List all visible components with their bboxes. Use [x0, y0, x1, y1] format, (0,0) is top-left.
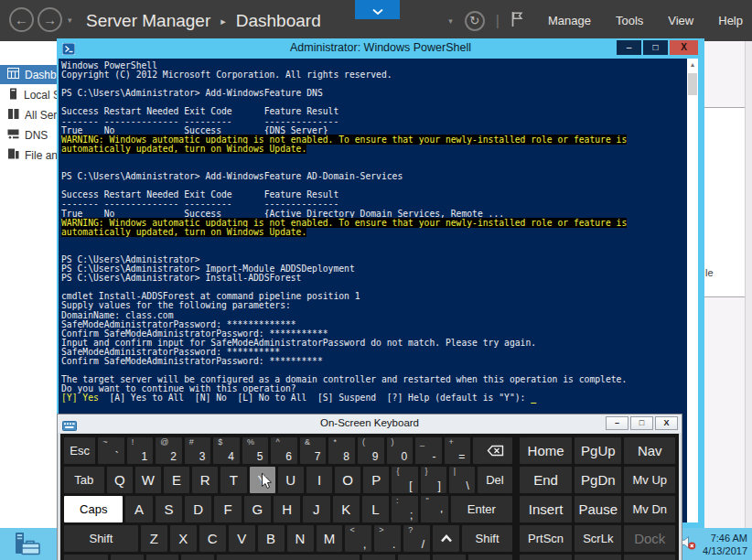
- key-p[interactable]: P: [363, 467, 389, 493]
- notifications-flag-icon[interactable]: [510, 11, 523, 31]
- key--[interactable]: >.: [374, 525, 401, 552]
- menu-manage[interactable]: Manage: [548, 14, 591, 27]
- key-up-arrow[interactable]: [433, 525, 459, 552]
- key-mv-up[interactable]: Mv Up: [624, 467, 675, 493]
- key-b[interactable]: B: [258, 525, 285, 552]
- key--[interactable]: <,: [345, 525, 371, 552]
- sidebar-item-dns[interactable]: DNS: [0, 125, 64, 145]
- key-shift[interactable]: Shift: [64, 525, 138, 552]
- taskbar-clock[interactable]: 7:46 AM 4/13/2017: [703, 532, 747, 557]
- keyboard-close-button[interactable]: X: [655, 416, 678, 430]
- key-shift[interactable]: Shift: [462, 525, 512, 552]
- powershell-titlebar[interactable]: Administrator: Windows PowerShell – □ X: [57, 38, 704, 59]
- key-m[interactable]: M: [317, 525, 343, 552]
- nav-dropdown-caret-icon[interactable]: ▾: [68, 16, 72, 25]
- key-c[interactable]: C: [199, 525, 226, 552]
- key--[interactable]: |\: [449, 467, 475, 493]
- key-pgup[interactable]: PgUp: [575, 437, 621, 464]
- key-f[interactable]: F: [214, 496, 241, 522]
- key-n[interactable]: N: [287, 525, 314, 552]
- keyboard-maximize-button[interactable]: □: [630, 416, 653, 430]
- key-2[interactable]: @2: [156, 437, 182, 464]
- key-x[interactable]: X: [170, 525, 197, 552]
- key-bottom-row[interactable]: [468, 555, 512, 560]
- key-bottom-row[interactable]: [362, 555, 395, 560]
- key-6[interactable]: ^6: [271, 437, 297, 464]
- server-manager-taskbar-icon[interactable]: [13, 532, 42, 560]
- page-scrollbar[interactable]: [745, 41, 752, 528]
- key-bottom-row[interactable]: [398, 555, 431, 560]
- key-1[interactable]: !1: [127, 437, 154, 464]
- key--[interactable]: _-: [415, 437, 442, 464]
- key-del[interactable]: Del: [478, 467, 512, 493]
- key--[interactable]: ~`: [98, 437, 124, 464]
- key-i[interactable]: I: [306, 467, 332, 493]
- key-g[interactable]: G: [244, 496, 271, 522]
- sidebar-item-local-server[interactable]: Local S: [0, 85, 64, 104]
- forward-button[interactable]: →: [38, 7, 62, 32]
- key-bottom-row[interactable]: [520, 555, 572, 560]
- key-home[interactable]: Home: [520, 437, 572, 464]
- key--[interactable]: "': [421, 496, 447, 522]
- menu-help[interactable]: Help: [718, 14, 743, 27]
- key-prtscn[interactable]: PrtScn: [520, 525, 572, 552]
- key-q[interactable]: Q: [107, 467, 133, 493]
- key-caps[interactable]: Caps: [64, 496, 123, 522]
- key-mv-dn[interactable]: Mv Dn: [624, 496, 675, 522]
- key--[interactable]: ?/: [403, 525, 430, 552]
- key-3[interactable]: #3: [185, 437, 211, 464]
- key--[interactable]: :;: [392, 496, 418, 522]
- key-4[interactable]: $4: [213, 437, 240, 464]
- key-bottom-row[interactable]: [575, 555, 621, 560]
- key-enter[interactable]: Enter: [451, 496, 512, 522]
- key-insert[interactable]: Insert: [520, 496, 572, 522]
- key-8[interactable]: *8: [328, 437, 355, 464]
- key-o[interactable]: O: [335, 467, 360, 493]
- key-bottom-row[interactable]: [146, 555, 179, 560]
- key-pgdn[interactable]: PgDn: [575, 467, 621, 493]
- key-a[interactable]: A: [125, 496, 152, 522]
- key-end[interactable]: End: [520, 467, 572, 493]
- menu-tools[interactable]: Tools: [616, 14, 643, 27]
- key-nav[interactable]: Nav: [624, 437, 675, 464]
- key-v[interactable]: V: [229, 525, 255, 552]
- key-t[interactable]: T: [220, 467, 246, 493]
- notifications-chevron-button[interactable]: [355, 0, 400, 19]
- key-bottom-row[interactable]: [111, 555, 144, 560]
- keyboard-minimize-button[interactable]: –: [606, 416, 628, 430]
- refresh-icon[interactable]: ↻: [465, 11, 485, 31]
- back-button[interactable]: ←: [9, 7, 34, 32]
- sidebar-item-dashboard[interactable]: Dashb: [0, 65, 64, 84]
- key-bottom-row[interactable]: [433, 555, 466, 560]
- key-scrlk[interactable]: ScrLk: [575, 525, 621, 552]
- key--[interactable]: {[: [392, 467, 417, 493]
- key-5[interactable]: %5: [242, 437, 269, 464]
- key-j[interactable]: J: [303, 496, 329, 522]
- powershell-scrollbar[interactable]: ▴: [687, 59, 698, 522]
- sidebar-item-file-storage[interactable]: File an: [0, 145, 64, 165]
- powershell-minimize-button[interactable]: –: [617, 40, 641, 55]
- key-y[interactable]: Y: [250, 467, 275, 493]
- key-bottom-row[interactable]: [64, 555, 108, 560]
- key-0[interactable]: )0: [387, 437, 414, 464]
- key-s[interactable]: S: [156, 496, 182, 522]
- scrollbar-thumb[interactable]: [688, 73, 697, 95]
- key-7[interactable]: &7: [300, 437, 327, 464]
- manage-dropdown-caret-icon[interactable]: ▾: [448, 16, 453, 26]
- key-9[interactable]: (9: [358, 437, 384, 464]
- key-k[interactable]: K: [333, 496, 360, 522]
- key-d[interactable]: D: [185, 496, 211, 522]
- menu-view[interactable]: View: [668, 14, 693, 27]
- scroll-up-icon[interactable]: ▴: [687, 59, 698, 71]
- volume-muted-icon[interactable]: [681, 535, 696, 554]
- key--[interactable]: }]: [421, 467, 446, 493]
- key-z[interactable]: Z: [141, 525, 167, 552]
- key-u[interactable]: U: [278, 467, 304, 493]
- key-l[interactable]: L: [362, 496, 389, 522]
- key-dock[interactable]: Dock: [624, 525, 675, 552]
- key-w[interactable]: W: [135, 467, 161, 493]
- key-tab[interactable]: Tab: [64, 467, 104, 493]
- key-bottom-row[interactable]: [624, 555, 675, 560]
- key-pause[interactable]: Pause: [575, 496, 621, 522]
- powershell-close-button[interactable]: X: [670, 40, 698, 55]
